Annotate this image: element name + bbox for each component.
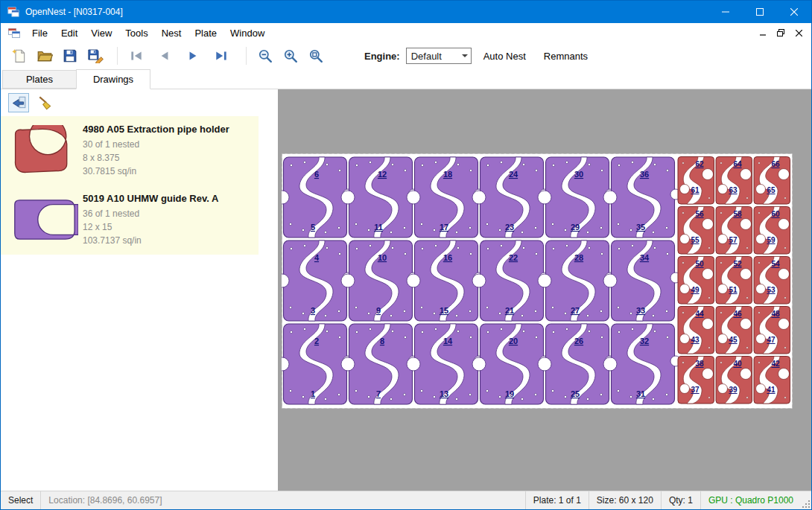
svg-text:42: 42 [771,360,780,368]
nest-part-cell[interactable]: 5049 [678,257,714,305]
nest-part-cell[interactable]: 3837 [678,357,714,404]
save-icon [63,48,77,63]
svg-text:36: 36 [640,170,649,179]
nest-part-cell[interactable]: 3635 [603,157,681,238]
minimize-icon [722,8,729,16]
menu-item-window[interactable]: Window [223,25,271,42]
menu-item-file[interactable]: File [25,25,54,42]
close-button[interactable] [777,1,811,23]
engine-value: Default [407,51,459,62]
drawing-item-uhmw-guide[interactable]: 5019 A10 UHMW guide Rev. A 36 of 1 neste… [1,185,258,255]
save-button[interactable] [59,45,81,67]
open-button[interactable] [34,45,56,67]
clear-drawings-button[interactable] [35,93,56,112]
purple-part-shape-icon [10,197,78,242]
import-drawing-button[interactable] [8,93,29,112]
svg-text:49: 49 [691,286,700,294]
svg-text:61: 61 [691,186,700,194]
svg-text:29: 29 [571,223,580,232]
mdi-restore-button[interactable] [774,27,787,39]
drawing-area: 103.7137 sq/in [83,234,218,247]
app-icon [7,7,19,17]
svg-text:7: 7 [376,389,381,398]
nest-part-cell[interactable]: 4645 [716,307,752,354]
svg-text:8: 8 [380,337,384,345]
remnants-button[interactable]: Remnants [538,46,594,66]
auto-nest-button[interactable]: Auto Nest [478,46,532,66]
zoom-out-button[interactable] [254,45,276,67]
svg-text:43: 43 [691,336,700,344]
new-button[interactable] [8,45,31,67]
nest-part-cell[interactable]: 3433 [603,240,681,321]
nest-part-cell[interactable]: 6261 [678,157,714,205]
svg-text:10: 10 [378,253,387,262]
svg-text:33: 33 [636,306,645,315]
svg-text:3: 3 [311,306,315,315]
svg-text:13: 13 [440,389,448,398]
svg-text:4: 4 [314,253,320,262]
menu-item-view[interactable]: View [84,25,118,42]
menu-item-plate[interactable]: Plate [188,25,223,42]
nest-part-cell[interactable]: 6059 [754,207,790,255]
previous-plate-button[interactable] [153,45,176,67]
main-toolbar: Engine: Default Auto Nest Remnants [1,42,811,69]
mdi-minimize-button[interactable] [756,27,770,39]
import-arrow-icon [10,95,27,110]
svg-text:23: 23 [505,223,514,232]
svg-text:54: 54 [771,260,780,268]
caption-buttons [708,1,811,23]
nest-part-cell[interactable]: 4241 [754,357,790,404]
menu-item-nest[interactable]: Nest [155,25,188,42]
nest-part-cell[interactable]: 6463 [716,157,752,205]
nest-part-cell[interactable]: 5251 [716,257,752,305]
engine-combobox[interactable]: Default [406,48,472,64]
svg-text:57: 57 [729,236,738,244]
save-as-button[interactable] [84,45,107,67]
svg-text:55: 55 [691,236,700,244]
open-folder-icon [37,48,53,63]
svg-text:46: 46 [733,310,742,318]
svg-text:12: 12 [378,170,387,179]
statusbar-right-group: Plate: 1 of 1 Size: 60 x 120 Qty: 1 GPU … [525,491,811,509]
svg-text:38: 38 [695,360,704,368]
mdi-caption-buttons [756,27,811,39]
menu-item-edit[interactable]: Edit [54,25,84,42]
maximize-button[interactable] [743,1,777,23]
nest-part-cell[interactable]: 4847 [754,307,790,354]
svg-text:21: 21 [505,306,514,315]
resize-grip-icon [802,500,810,508]
minimize-button[interactable] [708,1,743,23]
svg-text:31: 31 [636,389,645,398]
drawings-panel-toolbar [1,89,278,116]
nest-plate[interactable]: 6512111817242330293635431091615222128273… [282,153,793,409]
svg-text:63: 63 [729,186,738,194]
zoom-fit-button[interactable] [305,45,327,67]
zoom-in-button[interactable] [279,45,302,67]
svg-text:18: 18 [443,170,452,179]
drawing-item-extraction-pipe-holder[interactable]: 4980 A05 Extraction pipe holder 30 of 1 … [1,116,258,185]
tab-plates[interactable]: Plates [2,70,77,89]
nest-canvas[interactable]: 6512111817242330293635431091615222128273… [278,89,811,491]
nest-part-cell[interactable]: 4443 [678,307,714,354]
svg-text:27: 27 [571,306,580,315]
first-plate-button[interactable] [125,45,148,67]
drawing-thumbnail [10,191,81,247]
nest-part-cell[interactable]: 3231 [603,324,681,404]
nest-part-cell[interactable]: 4039 [716,357,752,404]
maximize-icon [756,8,764,16]
next-plate-button[interactable] [182,45,204,67]
tab-drawings[interactable]: Drawings [76,69,150,89]
svg-text:41: 41 [767,386,775,394]
mdi-close-button[interactable] [792,27,805,39]
resize-grip[interactable] [801,491,811,509]
window-title: OpenNest - [N0317-004] [25,7,123,17]
status-bar: Select Location: [84.8696, 60.6957] Plat… [1,491,811,509]
last-plate-button[interactable] [210,45,232,67]
nest-part-cell[interactable]: 5857 [716,207,752,255]
status-mode: Select [1,491,40,509]
svg-text:2: 2 [314,337,319,345]
menu-item-tools[interactable]: Tools [118,25,154,42]
nest-part-cell[interactable]: 5453 [754,257,790,305]
nest-part-cell[interactable]: 6665 [754,157,790,205]
nest-part-cell[interactable]: 5655 [678,207,714,255]
